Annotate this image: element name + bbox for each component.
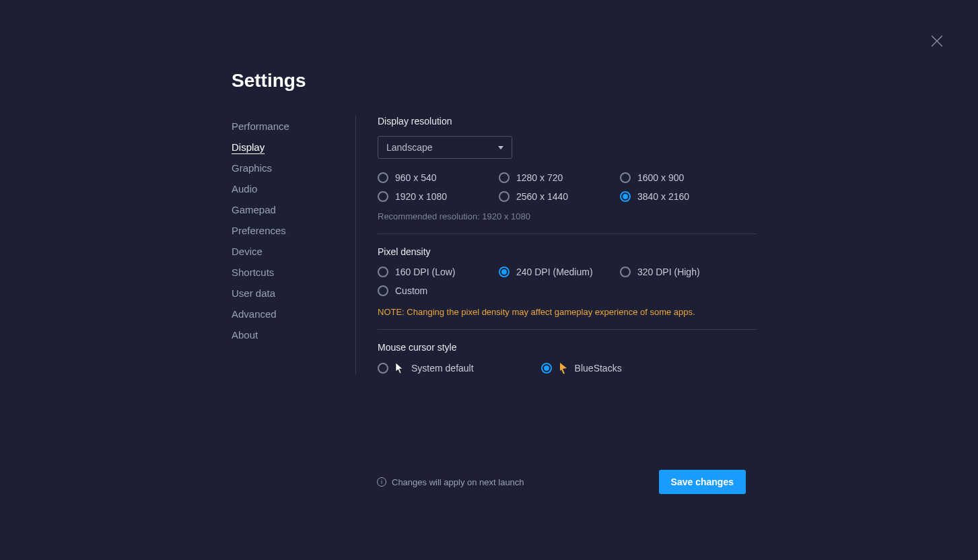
resolution-radio-960x540[interactable]: 960 x 540	[378, 172, 499, 183]
cursor-style-label: Mouse cursor style	[378, 342, 757, 353]
chevron-down-icon	[498, 146, 503, 149]
sidebar-item-display[interactable]: Display	[232, 137, 355, 158]
orientation-select[interactable]: Landscape	[378, 136, 512, 159]
settings-content: Display resolution Landscape 960 x 540 1…	[378, 116, 757, 374]
cursor-radio-bluestacks[interactable]: BlueStacks	[541, 362, 622, 374]
cursor-radio-system-default[interactable]: System default	[378, 362, 474, 374]
radio-icon	[378, 363, 388, 374]
radio-icon	[620, 191, 631, 202]
system-cursor-icon	[395, 362, 405, 374]
resolution-radio-1920x1080[interactable]: 1920 x 1080	[378, 191, 499, 202]
dpi-radio-custom[interactable]: Custom	[378, 285, 499, 296]
radio-label: 2560 x 1440	[516, 191, 568, 202]
radio-icon	[378, 285, 388, 296]
radio-icon	[378, 191, 388, 202]
bluestacks-cursor-icon	[559, 362, 568, 374]
section-divider	[378, 234, 757, 234]
close-icon[interactable]	[931, 35, 943, 47]
pixel-density-note: NOTE: Changing the pixel density may aff…	[378, 307, 757, 317]
radio-icon	[620, 267, 631, 277]
sidebar-item-label: Audio	[232, 183, 257, 195]
footer-info: i Changes will apply on next launch	[377, 477, 524, 487]
sidebar-item-preferences[interactable]: Preferences	[232, 220, 355, 241]
settings-sidebar: Performance Display Graphics Audio Gamep…	[232, 116, 355, 374]
sidebar-item-label: Performance	[232, 120, 289, 132]
sidebar-item-label: Gamepad	[232, 204, 276, 215]
resolution-radio-2560x1440[interactable]: 2560 x 1440	[499, 191, 620, 202]
page-title: Settings	[232, 70, 757, 92]
sidebar-item-label: Preferences	[232, 225, 286, 236]
radio-label: 160 DPI (Low)	[395, 267, 455, 277]
resolution-options: 960 x 540 1280 x 720 1600 x 900 1920 x 1…	[378, 172, 757, 202]
sidebar-item-gamepad[interactable]: Gamepad	[232, 199, 355, 220]
orientation-selected-value: Landscape	[386, 142, 433, 153]
sidebar-item-shortcuts[interactable]: Shortcuts	[232, 262, 355, 283]
sidebar-item-label: Graphics	[232, 162, 272, 174]
radio-label: 320 DPI (High)	[637, 267, 700, 277]
radio-icon	[499, 191, 510, 202]
sidebar-item-label: Advanced	[232, 308, 277, 320]
section-divider	[378, 329, 757, 330]
resolution-radio-1280x720[interactable]: 1280 x 720	[499, 172, 620, 183]
radio-icon	[620, 172, 631, 183]
sidebar-item-label: About	[232, 329, 258, 341]
radio-label: 240 DPI (Medium)	[516, 267, 593, 277]
pixel-density-options: 160 DPI (Low) 240 DPI (Medium) 320 DPI (…	[378, 267, 757, 296]
radio-icon	[378, 172, 388, 183]
cursor-style-options: System default BlueStacks	[378, 362, 757, 374]
radio-label: 3840 x 2160	[637, 191, 689, 202]
save-changes-button[interactable]: Save changes	[659, 470, 746, 494]
radio-label: 960 x 540	[395, 172, 437, 183]
radio-label: System default	[411, 363, 474, 374]
resolution-radio-1600x900[interactable]: 1600 x 900	[620, 172, 741, 183]
recommended-resolution-hint: Recommended resolution: 1920 x 1080	[378, 211, 757, 221]
footer-info-text: Changes will apply on next launch	[392, 477, 524, 487]
display-resolution-label: Display resolution	[378, 116, 757, 127]
sidebar-item-label: Shortcuts	[232, 267, 274, 278]
dpi-radio-160[interactable]: 160 DPI (Low)	[378, 267, 499, 277]
settings-footer: i Changes will apply on next launch Save…	[377, 470, 746, 494]
radio-label: 1920 x 1080	[395, 191, 447, 202]
sidebar-item-audio[interactable]: Audio	[232, 178, 355, 199]
radio-label: Custom	[395, 285, 427, 296]
dpi-radio-320[interactable]: 320 DPI (High)	[620, 267, 741, 277]
radio-icon	[499, 172, 510, 183]
sidebar-item-performance[interactable]: Performance	[232, 116, 355, 137]
resolution-radio-3840x2160[interactable]: 3840 x 2160	[620, 191, 741, 202]
info-icon: i	[377, 477, 386, 487]
pixel-density-label: Pixel density	[378, 246, 757, 257]
sidebar-item-graphics[interactable]: Graphics	[232, 158, 355, 178]
radio-label: 1600 x 900	[637, 172, 684, 183]
sidebar-item-device[interactable]: Device	[232, 241, 355, 262]
radio-icon	[499, 267, 510, 277]
sidebar-item-label: Device	[232, 246, 263, 257]
sidebar-item-advanced[interactable]: Advanced	[232, 304, 355, 324]
radio-label: BlueStacks	[575, 363, 622, 374]
sidebar-item-label: User data	[232, 287, 275, 299]
radio-label: 1280 x 720	[516, 172, 563, 183]
sidebar-item-about[interactable]: About	[232, 324, 355, 345]
sidebar-item-label: Display	[232, 141, 265, 153]
sidebar-item-user-data[interactable]: User data	[232, 283, 355, 304]
dpi-radio-240[interactable]: 240 DPI (Medium)	[499, 267, 620, 277]
vertical-divider	[355, 116, 356, 374]
radio-icon	[378, 267, 388, 277]
radio-icon	[541, 363, 552, 374]
